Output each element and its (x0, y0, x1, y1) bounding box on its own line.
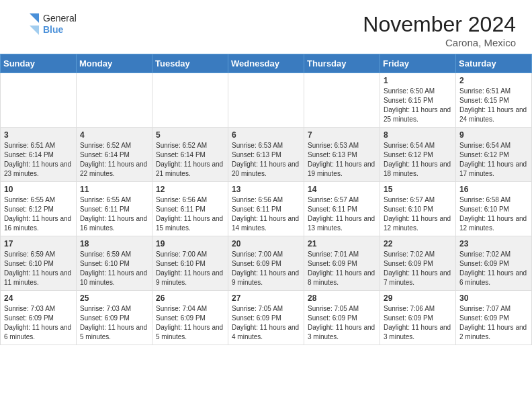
day-detail: Sunrise: 7:06 AM Sunset: 6:09 PM Dayligh… (384, 304, 452, 342)
weekday-header-sunday: Sunday (1, 54, 77, 73)
calendar-day-25: 25Sunrise: 7:03 AM Sunset: 6:09 PM Dayli… (77, 291, 152, 345)
weekday-header-row: SundayMondayTuesdayWednesdayThursdayFrid… (1, 54, 532, 73)
day-number: 7 (308, 130, 376, 140)
day-detail: Sunrise: 6:53 AM Sunset: 6:13 PM Dayligh… (308, 141, 376, 179)
calendar-table: SundayMondayTuesdayWednesdayThursdayFrid… (0, 54, 532, 345)
day-detail: Sunrise: 6:58 AM Sunset: 6:10 PM Dayligh… (459, 195, 528, 233)
calendar-week-row: 10Sunrise: 6:55 AM Sunset: 6:12 PM Dayli… (1, 182, 532, 236)
day-detail: Sunrise: 6:57 AM Sunset: 6:10 PM Dayligh… (384, 195, 452, 233)
day-detail: Sunrise: 6:51 AM Sunset: 6:15 PM Dayligh… (459, 87, 528, 124)
day-detail: Sunrise: 6:57 AM Sunset: 6:11 PM Dayligh… (308, 195, 376, 233)
day-detail: Sunrise: 6:56 AM Sunset: 6:11 PM Dayligh… (156, 195, 224, 233)
weekday-header-friday: Friday (380, 54, 456, 73)
title-area: November 2024 Carona, Mexico (363, 12, 516, 48)
calendar-day-2: 2Sunrise: 6:51 AM Sunset: 6:15 PM Daylig… (456, 73, 532, 128)
calendar-day-13: 13Sunrise: 6:56 AM Sunset: 6:11 PM Dayli… (228, 182, 304, 236)
day-detail: Sunrise: 7:03 AM Sunset: 6:09 PM Dayligh… (80, 304, 148, 342)
day-number: 5 (156, 130, 224, 140)
logo-text: General Blue (43, 13, 77, 36)
calendar-day-16: 16Sunrise: 6:58 AM Sunset: 6:10 PM Dayli… (456, 182, 532, 236)
day-detail: Sunrise: 6:53 AM Sunset: 6:13 PM Dayligh… (232, 141, 300, 179)
day-number: 25 (80, 293, 148, 303)
calendar-day-4: 4Sunrise: 6:52 AM Sunset: 6:14 PM Daylig… (77, 128, 152, 182)
weekday-header-tuesday: Tuesday (152, 54, 228, 73)
day-detail: Sunrise: 6:51 AM Sunset: 6:14 PM Dayligh… (4, 141, 73, 179)
day-number: 6 (232, 130, 300, 140)
day-detail: Sunrise: 7:07 AM Sunset: 6:09 PM Dayligh… (459, 304, 528, 342)
calendar-day-30: 30Sunrise: 7:07 AM Sunset: 6:09 PM Dayli… (456, 291, 532, 345)
day-detail: Sunrise: 7:04 AM Sunset: 6:09 PM Dayligh… (156, 304, 224, 342)
calendar-day-1: 1Sunrise: 6:50 AM Sunset: 6:15 PM Daylig… (380, 73, 456, 128)
day-number: 9 (459, 130, 528, 140)
calendar-day-10: 10Sunrise: 6:55 AM Sunset: 6:12 PM Dayli… (1, 182, 77, 236)
day-number: 15 (384, 185, 452, 194)
calendar-day-24: 24Sunrise: 7:03 AM Sunset: 6:09 PM Dayli… (1, 291, 77, 345)
logo-graphic (16, 12, 40, 36)
weekday-header-monday: Monday (77, 54, 152, 73)
logo-blue-text: Blue (43, 24, 77, 36)
day-number: 22 (384, 239, 452, 248)
day-number: 30 (459, 293, 528, 303)
day-number: 24 (4, 293, 73, 303)
calendar-day-23: 23Sunrise: 7:02 AM Sunset: 6:09 PM Dayli… (456, 236, 532, 291)
calendar-day-3: 3Sunrise: 6:51 AM Sunset: 6:14 PM Daylig… (1, 128, 77, 182)
day-detail: Sunrise: 6:54 AM Sunset: 6:12 PM Dayligh… (459, 141, 528, 179)
day-detail: Sunrise: 6:56 AM Sunset: 6:11 PM Dayligh… (232, 195, 300, 233)
day-number: 28 (308, 293, 376, 303)
calendar-day-14: 14Sunrise: 6:57 AM Sunset: 6:11 PM Dayli… (304, 182, 380, 236)
weekday-header-thursday: Thursday (304, 54, 380, 73)
day-number: 12 (156, 185, 224, 194)
calendar-day-7: 7Sunrise: 6:53 AM Sunset: 6:13 PM Daylig… (304, 128, 380, 182)
weekday-header-saturday: Saturday (456, 54, 532, 73)
day-number: 4 (80, 130, 148, 140)
day-number: 19 (156, 239, 224, 248)
day-detail: Sunrise: 7:00 AM Sunset: 6:09 PM Dayligh… (232, 250, 300, 287)
day-number: 18 (80, 239, 148, 248)
day-detail: Sunrise: 7:02 AM Sunset: 6:09 PM Dayligh… (459, 250, 528, 287)
calendar-day-empty (77, 73, 152, 128)
day-detail: Sunrise: 6:55 AM Sunset: 6:12 PM Dayligh… (4, 195, 73, 233)
svg-marker-1 (30, 26, 39, 35)
calendar-day-19: 19Sunrise: 7:00 AM Sunset: 6:10 PM Dayli… (152, 236, 228, 291)
month-title: November 2024 (363, 12, 516, 37)
day-number: 14 (308, 185, 376, 194)
calendar-day-17: 17Sunrise: 6:59 AM Sunset: 6:10 PM Dayli… (1, 236, 77, 291)
day-detail: Sunrise: 7:03 AM Sunset: 6:09 PM Dayligh… (4, 304, 73, 342)
calendar-day-27: 27Sunrise: 7:05 AM Sunset: 6:09 PM Dayli… (228, 291, 304, 345)
day-number: 29 (384, 293, 452, 303)
calendar-day-9: 9Sunrise: 6:54 AM Sunset: 6:12 PM Daylig… (456, 128, 532, 182)
calendar-day-empty (304, 73, 380, 128)
day-number: 13 (232, 185, 300, 194)
day-detail: Sunrise: 7:05 AM Sunset: 6:09 PM Dayligh… (308, 304, 376, 342)
calendar-day-11: 11Sunrise: 6:55 AM Sunset: 6:11 PM Dayli… (77, 182, 152, 236)
calendar-day-28: 28Sunrise: 7:05 AM Sunset: 6:09 PM Dayli… (304, 291, 380, 345)
calendar-day-empty (1, 73, 77, 128)
calendar-week-row: 17Sunrise: 6:59 AM Sunset: 6:10 PM Dayli… (1, 236, 532, 291)
day-number: 8 (384, 130, 452, 140)
day-number: 11 (80, 185, 148, 194)
day-detail: Sunrise: 6:50 AM Sunset: 6:15 PM Dayligh… (384, 87, 452, 124)
calendar-day-21: 21Sunrise: 7:01 AM Sunset: 6:09 PM Dayli… (304, 236, 380, 291)
day-detail: Sunrise: 6:52 AM Sunset: 6:14 PM Dayligh… (156, 141, 224, 179)
location: Carona, Mexico (363, 37, 516, 48)
day-number: 27 (232, 293, 300, 303)
calendar-week-row: 24Sunrise: 7:03 AM Sunset: 6:09 PM Dayli… (1, 291, 532, 345)
weekday-header-wednesday: Wednesday (228, 54, 304, 73)
day-detail: Sunrise: 7:00 AM Sunset: 6:10 PM Dayligh… (156, 250, 224, 287)
day-number: 10 (4, 185, 73, 194)
logo: General Blue (16, 12, 77, 36)
day-number: 21 (308, 239, 376, 248)
logo-general-text: General (43, 13, 77, 24)
logo-container: General Blue (16, 12, 77, 36)
calendar-day-empty (228, 73, 304, 128)
calendar-day-5: 5Sunrise: 6:52 AM Sunset: 6:14 PM Daylig… (152, 128, 228, 182)
day-number: 23 (459, 239, 528, 248)
calendar-day-20: 20Sunrise: 7:00 AM Sunset: 6:09 PM Dayli… (228, 236, 304, 291)
calendar-day-22: 22Sunrise: 7:02 AM Sunset: 6:09 PM Dayli… (380, 236, 456, 291)
calendar-day-15: 15Sunrise: 6:57 AM Sunset: 6:10 PM Dayli… (380, 182, 456, 236)
calendar-day-26: 26Sunrise: 7:04 AM Sunset: 6:09 PM Dayli… (152, 291, 228, 345)
day-detail: Sunrise: 7:01 AM Sunset: 6:09 PM Dayligh… (308, 250, 376, 287)
calendar-week-row: 3Sunrise: 6:51 AM Sunset: 6:14 PM Daylig… (1, 128, 532, 182)
day-detail: Sunrise: 6:55 AM Sunset: 6:11 PM Dayligh… (80, 195, 148, 233)
day-number: 2 (459, 76, 528, 85)
